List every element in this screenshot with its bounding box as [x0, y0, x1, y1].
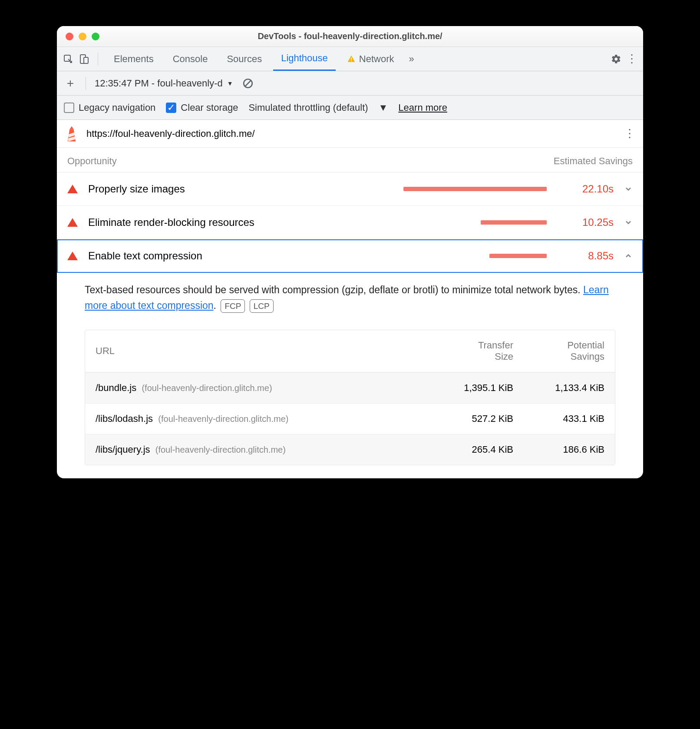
minimize-icon[interactable]: [79, 33, 86, 40]
chevron-up-icon: [624, 252, 633, 260]
chevron-down-icon: [624, 185, 633, 193]
table-row[interactable]: /bundle.js (foul-heavenly-direction.glit…: [85, 372, 615, 403]
col-est-savings: Estimated Savings: [554, 156, 633, 167]
savings-value: 22.10s: [557, 183, 614, 195]
report-url: https://foul-heavenly-direction.glitch.m…: [86, 128, 255, 139]
resource-table: URL Transfer Size Potential Savings /bun…: [85, 330, 615, 465]
report-url-bar: https://foul-heavenly-direction.glitch.m…: [57, 120, 643, 148]
throttling-select[interactable]: Simulated throttling (default) ▼: [248, 102, 388, 113]
report-selector[interactable]: 12:35:47 PM - foul-heavenly-d ▼: [95, 78, 233, 89]
col-opportunity: Opportunity: [67, 156, 117, 167]
close-icon[interactable]: [66, 33, 73, 40]
opportunity-row[interactable]: Enable text compression 8.85s: [57, 239, 643, 273]
savings-bar: [489, 254, 547, 258]
learn-more-link[interactable]: Learn more: [398, 102, 447, 113]
col-transfer-size: Transfer Size: [422, 340, 513, 362]
more-tabs-icon[interactable]: »: [406, 53, 418, 65]
chevron-down-icon: ▼: [379, 102, 388, 113]
lighthouse-options: Legacy navigation ✓ Clear storage Simula…: [57, 96, 643, 120]
opportunity-description: Text-based resources should be served wi…: [57, 273, 643, 321]
chevron-down-icon: ▼: [227, 80, 233, 87]
metric-tag: LCP: [250, 299, 274, 313]
savings-value: 8.85s: [557, 250, 614, 262]
legacy-nav-checkbox[interactable]: Legacy navigation: [64, 102, 155, 113]
zoom-icon[interactable]: [92, 33, 99, 40]
checkbox-checked-icon: ✓: [166, 103, 176, 113]
savings-bar: [481, 220, 547, 225]
lighthouse-toolbar: + 12:35:47 PM - foul-heavenly-d ▼: [57, 71, 643, 96]
table-header: URL Transfer Size Potential Savings: [85, 330, 615, 372]
kebab-menu-icon[interactable]: ⋮: [626, 53, 638, 65]
tab-elements[interactable]: Elements: [106, 47, 162, 71]
checkbox-unchecked-icon: [64, 103, 74, 113]
devtools-window: DevTools - foul-heavenly-direction.glitc…: [57, 26, 643, 478]
tab-lighthouse[interactable]: Lighthouse: [273, 47, 336, 71]
resource-path: /libs/jquery.js: [96, 444, 150, 455]
inspect-icon[interactable]: [62, 53, 74, 65]
potential-savings: 1,133.4 KiB: [513, 382, 604, 394]
svg-rect-4: [351, 60, 352, 61]
opportunities-header: Opportunity Estimated Savings: [57, 148, 643, 172]
tab-console[interactable]: Console: [165, 47, 216, 71]
table-row[interactable]: /libs/jquery.js (foul-heavenly-direction…: [85, 434, 615, 465]
clear-icon[interactable]: [242, 77, 254, 89]
window-controls: [57, 33, 99, 40]
transfer-size: 1,395.1 KiB: [422, 382, 513, 394]
tab-network[interactable]: Network: [339, 47, 402, 71]
savings-bar: [403, 187, 547, 191]
gear-icon[interactable]: [610, 53, 622, 65]
report-menu-icon[interactable]: ⋮: [624, 127, 634, 140]
devtools-tabs: Elements Console Sources Lighthouse Netw…: [57, 47, 643, 71]
titlebar: DevTools - foul-heavenly-direction.glitc…: [57, 26, 643, 47]
resource-host: (foul-heavenly-direction.glitch.me): [155, 445, 286, 454]
resource-path: /bundle.js: [96, 382, 136, 393]
transfer-size: 265.4 KiB: [422, 444, 513, 455]
triangle-icon: [67, 252, 78, 260]
opportunity-row[interactable]: Eliminate render-blocking resources 10.2…: [57, 206, 643, 239]
col-url: URL: [96, 345, 422, 357]
clear-storage-checkbox[interactable]: ✓ Clear storage: [166, 102, 238, 113]
resource-host: (foul-heavenly-direction.glitch.me): [158, 414, 288, 424]
opportunity-label: Eliminate render-blocking resources: [88, 216, 271, 229]
opportunity-label: Properly size images: [88, 183, 271, 195]
opportunity-row[interactable]: Properly size images 22.10s: [57, 172, 643, 206]
savings-value: 10.25s: [557, 216, 614, 229]
triangle-icon: [67, 185, 78, 193]
transfer-size: 527.2 KiB: [422, 413, 513, 424]
svg-rect-3: [351, 57, 352, 60]
potential-savings: 433.1 KiB: [513, 413, 604, 424]
resource-host: (foul-heavenly-direction.glitch.me): [142, 383, 272, 393]
warning-icon: [347, 55, 356, 63]
col-potential-savings: Potential Savings: [513, 340, 604, 362]
chevron-down-icon: [624, 218, 633, 227]
window-title: DevTools - foul-heavenly-direction.glitc…: [57, 31, 643, 41]
resource-path: /libs/lodash.js: [96, 413, 153, 424]
tab-sources[interactable]: Sources: [219, 47, 270, 71]
svg-line-6: [244, 80, 251, 86]
triangle-icon: [67, 218, 78, 227]
svg-rect-2: [84, 57, 88, 63]
metric-tag: FCP: [221, 299, 245, 313]
table-row[interactable]: /libs/lodash.js (foul-heavenly-direction…: [85, 403, 615, 434]
device-toggle-icon[interactable]: [78, 53, 90, 65]
opportunity-label: Enable text compression: [88, 250, 271, 262]
new-report-button[interactable]: +: [64, 76, 77, 90]
lighthouse-icon: [66, 126, 78, 142]
potential-savings: 186.6 KiB: [513, 444, 604, 455]
